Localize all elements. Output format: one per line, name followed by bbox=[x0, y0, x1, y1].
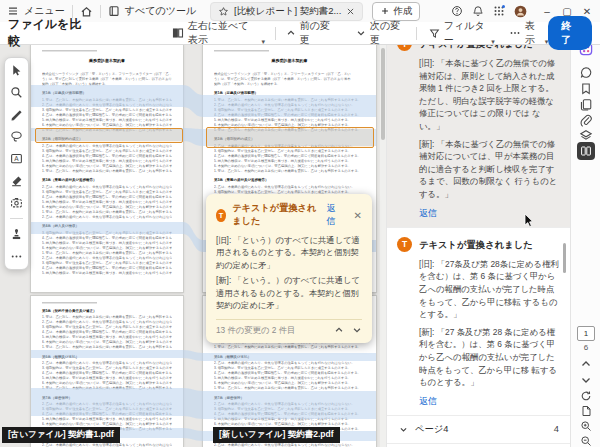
document-text-line: 1. 甲は、乙に対し、本契約に定める条件に従い本業務を委託し、乙はこれを受託する… bbox=[42, 386, 172, 391]
chevron-down-icon bbox=[399, 425, 408, 434]
comment-icon[interactable] bbox=[580, 66, 593, 79]
page-down-icon[interactable] bbox=[580, 374, 592, 386]
zoom-out-icon[interactable] bbox=[580, 435, 592, 447]
avatar[interactable] bbox=[514, 5, 527, 18]
document-text-line: 2. 乙は、本業務の遂行にあたり、善良な管理者の注意をもってこれを行わなければな… bbox=[42, 443, 172, 447]
bookmark-icon[interactable] bbox=[580, 82, 593, 95]
titlebar-right bbox=[451, 5, 527, 18]
document-text-line: 1. 甲は、乙に対し、本契約に定める条件に従い本業務を委託し、乙はこれを受託する… bbox=[214, 345, 365, 350]
all-tools-icon bbox=[108, 5, 120, 17]
new-file-label: [新しいファイル] 契約書2.pdf bbox=[213, 427, 340, 443]
document-text-line: 1. 甲は、乙に対し、本契約に定める条件に従い本業務を委託し、乙はこれを受託する… bbox=[42, 345, 172, 350]
all-tools-button[interactable]: すべてのツール bbox=[108, 4, 196, 18]
clause-heading: 第6条（報酬及び支払） bbox=[42, 354, 172, 359]
changes-list: Tテキストが置換されました[旧]: 「本条に基づく乙の無償での修補対応は、原則と… bbox=[387, 26, 571, 447]
side-by-side-label: 左右に並べて表示 bbox=[188, 19, 257, 47]
filter-label: フィルター bbox=[444, 19, 486, 47]
export-icon[interactable] bbox=[580, 405, 592, 417]
help-icon[interactable] bbox=[451, 5, 463, 17]
old-file-page-4[interactable]: 第5条（契約不適合責任及び修正）1. 甲は、乙に対し、本契約に定める条件に従い本… bbox=[31, 296, 183, 447]
tab-close-icon[interactable] bbox=[346, 7, 355, 16]
chevron-down-icon bbox=[356, 28, 366, 38]
change-card[interactable]: Tテキストが置換されました[旧]: 「その他一切の情報（以下「秘密情報」という）… bbox=[387, 443, 571, 447]
text-box-icon[interactable]: A bbox=[10, 152, 23, 165]
select-tool-icon[interactable] bbox=[10, 64, 23, 77]
compare-toolbar: ファイルを比較 左右に並べて表示 ▾ 前の変更 次の変更 フィルター ▾ 表示 … bbox=[0, 22, 600, 45]
zoom-tool-icon[interactable] bbox=[10, 86, 23, 99]
create-button[interactable]: 作成 bbox=[372, 2, 420, 21]
filter-button[interactable]: フィルター ▾ bbox=[429, 19, 495, 47]
clause-heading: 第7条（秘密保持） bbox=[214, 395, 365, 400]
popup-reply-link[interactable]: 返信 bbox=[326, 202, 340, 228]
document-text-line: 1. 甲は、乙に対し、本契約に定める条件に従い本業務を委託し、乙はこれを受託する… bbox=[214, 386, 365, 391]
change-card[interactable]: Tテキストが置換されました[旧]: 「本条に基づく乙の無償での修補対応は、原則と… bbox=[387, 26, 571, 227]
popup-title: テキストが置換されました bbox=[232, 202, 320, 228]
compare-panel-icon[interactable] bbox=[577, 142, 595, 160]
tool-title: ファイルを比較 bbox=[8, 16, 84, 50]
side-by-side-button[interactable]: 左右に並べて表示 ▾ bbox=[172, 19, 265, 47]
document-text-line: 2. 乙は、本業務の遂行にあたり、善良な管理者の注意をもってこれを行わなければな… bbox=[214, 443, 365, 447]
page-header-mark bbox=[214, 50, 269, 52]
document-text-line: 1. 甲は、乙に対し、本契約に定める条件に従い本業務を委託し、乙はこれを受託する… bbox=[214, 168, 365, 173]
scrollbar-thumb[interactable] bbox=[381, 48, 385, 140]
create-label: 作成 bbox=[393, 5, 412, 18]
document-tab[interactable]: [比較レポート] 契約書2... bbox=[210, 2, 363, 21]
panel-scrollbar-thumb[interactable] bbox=[563, 243, 566, 273]
reply-link[interactable]: 返信 bbox=[419, 395, 561, 408]
changes-panel: 13 件の変更 Tテキストが置換されました[旧]: 「本条に基づく乙の無償での修… bbox=[386, 0, 571, 447]
divider bbox=[100, 5, 101, 18]
stamp-icon[interactable] bbox=[10, 228, 23, 241]
document-text-line: 契約（以下「本契約」という）を締結する。 bbox=[214, 81, 365, 86]
document-title: 業務委託基本契約書 bbox=[42, 58, 172, 64]
prev-change-button[interactable]: 前の変更 bbox=[286, 19, 334, 47]
copy-pages-icon[interactable] bbox=[580, 98, 593, 111]
clause-heading: 第4条（納入及び検収） bbox=[42, 224, 172, 229]
popup-next-icon[interactable] bbox=[352, 325, 362, 335]
attachment-icon[interactable] bbox=[580, 114, 593, 127]
text-replace-icon: T bbox=[216, 209, 226, 222]
document-title: 業務委託基本契約書 bbox=[214, 58, 365, 64]
page-number-input[interactable]: 1 bbox=[577, 326, 595, 341]
page-section-row[interactable]: ページ44 bbox=[387, 415, 571, 443]
more-tools-icon[interactable] bbox=[10, 250, 23, 263]
done-button[interactable]: 終了 bbox=[548, 16, 592, 50]
change-popup[interactable]: T テキストが置換されました 返信 ✕ [旧]: 「という）のすべてに共通して適… bbox=[206, 194, 372, 343]
star-icon[interactable] bbox=[218, 6, 229, 17]
all-tools-label: すべてのツール bbox=[125, 4, 196, 18]
old-file-page-3[interactable]: 業務委託基本契約書株式会社シーライジング（以下「甲」という）と、フリーランスライ… bbox=[31, 44, 183, 292]
svg-text:A: A bbox=[14, 155, 19, 162]
popup-close-icon[interactable]: ✕ bbox=[354, 210, 362, 221]
mouse-cursor bbox=[524, 214, 536, 228]
change-new-text: [新]: 「27 条及び第 28 条に定める権利を含む。）は、第 6 条に基づく… bbox=[419, 326, 561, 389]
plus-icon bbox=[380, 6, 390, 16]
clause-heading: 第5条（契約不適合責任及び修正） bbox=[42, 308, 172, 313]
show-button[interactable]: 表示 ▾ bbox=[509, 19, 548, 47]
page-header-mark bbox=[42, 302, 97, 304]
change-card-title: テキストが置換されました bbox=[419, 239, 561, 252]
document-text-line: 1. 甲は、乙に対し、本契約に定める条件に従い本業務を委託し、乙はこれを受託する… bbox=[42, 168, 172, 173]
highlighter-icon[interactable] bbox=[10, 174, 23, 187]
lasso-icon[interactable] bbox=[10, 130, 23, 143]
pen-icon[interactable] bbox=[10, 108, 23, 121]
prev-change-label: 前の変更 bbox=[300, 19, 334, 47]
popup-footer-text: 13 件の変更の 2 件目 bbox=[216, 325, 295, 336]
current-change-box-old[interactable] bbox=[35, 128, 183, 143]
page-up-icon[interactable] bbox=[580, 358, 592, 370]
popup-new-text: [新]: 「という。）のすべてに共通して適用されるものとする。本契約と個別契約の… bbox=[216, 274, 362, 311]
popup-prev-icon[interactable] bbox=[334, 325, 344, 335]
page-section-label: ページ4 bbox=[415, 423, 449, 436]
apps-grid-icon[interactable] bbox=[493, 5, 505, 17]
refresh-icon[interactable] bbox=[580, 390, 592, 402]
clause-heading: 第1条（定義及び適用範囲） bbox=[214, 91, 365, 96]
document-text-line: 契約（以下「本契約」という）を締結する。 bbox=[42, 81, 172, 86]
current-change-box-new[interactable] bbox=[206, 127, 374, 148]
next-change-button[interactable]: 次の変更 bbox=[356, 19, 404, 47]
document-text-line: 2. 乙は、本業務の遂行にあたり、善良な管理者の注意をもってこれを行わなければな… bbox=[42, 214, 172, 219]
layers-icon[interactable] bbox=[580, 129, 593, 142]
bell-icon[interactable] bbox=[472, 5, 484, 17]
change-card[interactable]: Tテキストが置換されました[旧]: 「27条及び第 28条に定める権利を含む）は… bbox=[387, 227, 571, 415]
reply-link[interactable]: 返信 bbox=[419, 207, 561, 220]
zoom-in-icon[interactable] bbox=[580, 420, 592, 432]
snapshot-icon[interactable] bbox=[10, 196, 23, 209]
tab-title: [比較レポート] 契約書2... bbox=[234, 5, 341, 18]
